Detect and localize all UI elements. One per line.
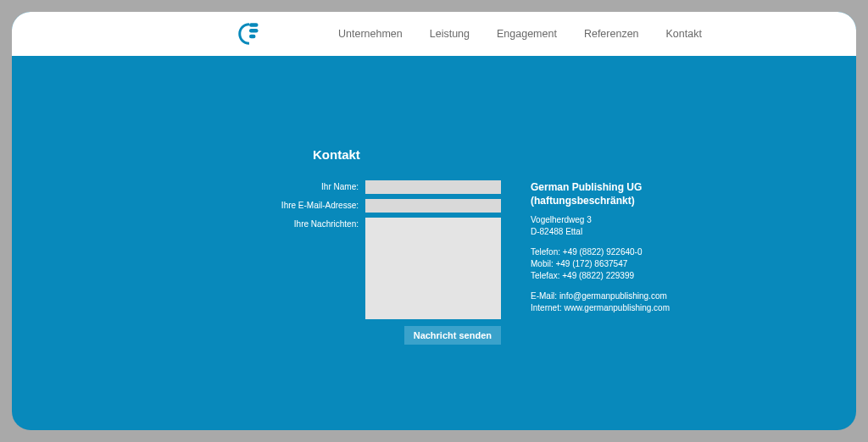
telefon: Telefon: +49 (8822) 922640-0 xyxy=(531,247,643,257)
contact-form: Ihr Name: Ihre E-Mail-Adresse: Ihre Nach… xyxy=(313,180,504,345)
company-address: Vogelherdweg 3 D-82488 Ettal xyxy=(531,214,670,238)
company-name-line1: German Publishing UG xyxy=(531,181,642,193)
email-input[interactable] xyxy=(365,199,501,213)
page-title: Kontakt xyxy=(313,147,821,162)
topbar: Unternehmen Leistung Engagement Referenz… xyxy=(12,12,856,56)
content-area: Kontakt Ihr Name: Ihre E-Mail-Adresse: I… xyxy=(313,147,821,345)
email-label: Ihre E-Mail-Adresse: xyxy=(255,199,365,210)
columns: Ihr Name: Ihre E-Mail-Adresse: Ihre Nach… xyxy=(313,180,821,345)
nav-item-referenzen[interactable]: Referenzen xyxy=(584,28,639,40)
svg-rect-0 xyxy=(249,23,259,27)
message-textarea[interactable] xyxy=(365,218,501,319)
nav-item-kontakt[interactable]: Kontakt xyxy=(666,28,702,40)
telefax: Telefax: +49 (8822) 229399 xyxy=(531,271,634,280)
message-label: Ihre Nachrichten: xyxy=(255,218,365,229)
name-label: Ihr Name: xyxy=(255,180,365,191)
nav-item-engagement[interactable]: Engagement xyxy=(497,28,557,40)
company-online: E-Mail: info@germanpublishing.com Intern… xyxy=(531,290,670,314)
address-line1: Vogelherdweg 3 xyxy=(531,215,592,224)
mobil: Mobil: +49 (172) 8637547 xyxy=(531,259,627,268)
app-window: Unternehmen Leistung Engagement Referenz… xyxy=(12,12,856,430)
nav-item-leistung[interactable]: Leistung xyxy=(430,28,470,40)
nav-item-unternehmen[interactable]: Unternehmen xyxy=(338,28,403,40)
svg-rect-2 xyxy=(249,35,256,39)
company-phones: Telefon: +49 (8822) 922640-0 Mobil: +49 … xyxy=(531,246,670,282)
company-name: German Publishing UG (haftungsbeschränkt… xyxy=(531,180,670,207)
company-internet: Internet: www.germanpublishing.com xyxy=(531,303,670,312)
company-email: E-Mail: info@germanpublishing.com xyxy=(531,291,667,301)
svg-rect-1 xyxy=(249,29,259,33)
name-input[interactable] xyxy=(365,180,501,194)
logo-icon xyxy=(236,21,262,47)
company-info: German Publishing UG (haftungsbeschränkt… xyxy=(531,180,670,345)
company-name-line2: (haftungsbeschränkt) xyxy=(531,195,635,207)
main-nav: Unternehmen Leistung Engagement Referenz… xyxy=(338,28,702,40)
address-line2: D-82488 Ettal xyxy=(531,227,582,236)
submit-button[interactable]: Nachricht senden xyxy=(404,326,501,345)
